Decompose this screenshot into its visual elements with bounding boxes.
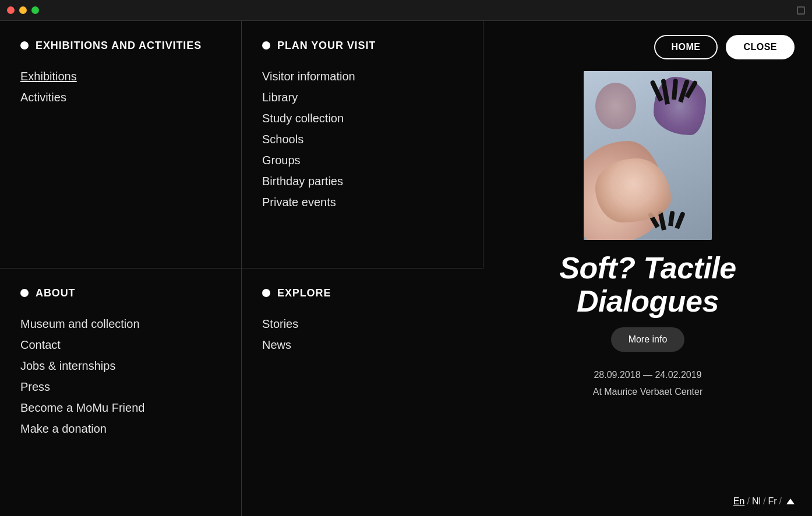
list-item: Press — [20, 377, 221, 396]
exhibitions-nav-list: Exhibitions Activities — [20, 67, 221, 107]
schools-link[interactable]: Schools — [262, 133, 303, 146]
right-panel: HOME CLOSE — [483, 21, 812, 516]
list-item: Study collection — [262, 109, 463, 128]
make-donation-link[interactable]: Make a donation — [20, 422, 107, 435]
chevron-up-icon[interactable] — [786, 499, 795, 504]
lang-fr-link[interactable]: Fr — [768, 496, 776, 507]
dot-icon — [262, 289, 270, 297]
visitor-info-link[interactable]: Visitor information — [262, 70, 355, 83]
list-item: Jobs & internships — [20, 356, 221, 375]
main-grid: EXHIBITIONS AND ACTIVITIES Exhibitions A… — [0, 21, 812, 516]
lang-separator-2: / — [763, 496, 765, 507]
top-bar: HOME CLOSE — [483, 21, 812, 71]
dot-icon — [20, 41, 29, 50]
press-link[interactable]: Press — [20, 380, 50, 393]
feature-location: At Maurice Verbaet Center — [501, 384, 795, 401]
birthday-parties-link[interactable]: Birthday parties — [262, 175, 343, 188]
list-item: Schools — [262, 130, 463, 149]
plan-section-title: PLAN YOUR VISIT — [277, 38, 376, 53]
groups-link[interactable]: Groups — [262, 154, 301, 167]
feature-image-container — [483, 71, 812, 240]
traffic-light-red[interactable] — [7, 6, 15, 14]
list-item: Make a donation — [20, 419, 221, 438]
explore-section-header: EXPLORE — [262, 286, 463, 301]
plan-your-visit-section: PLAN YOUR VISIT Visitor information Libr… — [242, 21, 483, 268]
museum-collection-link[interactable]: Museum and collection — [20, 317, 140, 330]
dot-icon — [262, 41, 270, 50]
list-item: Private events — [262, 193, 463, 211]
become-momu-friend-link[interactable]: Become a MoMu Friend — [20, 401, 144, 414]
window-resize-icon[interactable] — [797, 6, 805, 15]
plan-nav-list: Visitor information Library Study collec… — [262, 67, 463, 211]
list-item: Become a MoMu Friend — [20, 398, 221, 417]
dot-icon — [20, 289, 29, 297]
stories-link[interactable]: Stories — [262, 317, 298, 330]
list-item: Exhibitions — [20, 67, 221, 86]
exhibitions-link[interactable]: Exhibitions — [20, 70, 77, 83]
list-item: Activities — [20, 88, 221, 107]
activities-link[interactable]: Activities — [20, 91, 66, 104]
feature-image — [584, 71, 712, 240]
language-bar: En / Nl / Fr / — [483, 487, 812, 516]
home-button[interactable]: HOME — [654, 35, 718, 59]
list-item: Library — [262, 88, 463, 107]
list-item: Groups — [262, 151, 463, 169]
feature-text: Soft? Tactile Dialogues More info 28.09.… — [483, 240, 812, 487]
traffic-light-yellow[interactable] — [19, 6, 27, 14]
list-item: Stories — [262, 314, 463, 333]
explore-section: EXPLORE Stories News — [242, 268, 483, 516]
lang-separator-3: / — [779, 496, 782, 507]
date-range: 28.09.2018 — 24.02.2019 — [501, 367, 795, 384]
about-section: ABOUT Museum and collection Contact Jobs… — [0, 268, 242, 516]
exhibitions-activities-section: EXHIBITIONS AND ACTIVITIES Exhibitions A… — [0, 21, 242, 268]
about-section-header: ABOUT — [20, 286, 221, 301]
feature-title-line1: Soft? Tactile — [559, 251, 736, 285]
lang-en-link[interactable]: En — [733, 496, 745, 507]
library-link[interactable]: Library — [262, 91, 298, 104]
explore-nav-list: Stories News — [262, 314, 463, 354]
news-link[interactable]: News — [262, 338, 291, 351]
list-item: Birthday parties — [262, 172, 463, 190]
list-item: News — [262, 335, 463, 354]
explore-section-title: EXPLORE — [277, 286, 331, 301]
plan-section-header: PLAN YOUR VISIT — [262, 38, 463, 53]
window-chrome — [0, 0, 812, 21]
more-info-button[interactable]: More info — [611, 327, 685, 352]
study-collection-link[interactable]: Study collection — [262, 112, 344, 125]
about-section-title: ABOUT — [36, 286, 76, 301]
feature-title: Soft? Tactile Dialogues — [501, 252, 795, 318]
exhibitions-section-title: EXHIBITIONS AND ACTIVITIES — [36, 38, 202, 53]
close-button[interactable]: CLOSE — [726, 35, 795, 59]
private-events-link[interactable]: Private events — [262, 196, 336, 208]
list-item: Visitor information — [262, 67, 463, 86]
lang-nl-link[interactable]: Nl — [752, 496, 761, 507]
lang-separator-1: / — [747, 496, 749, 507]
about-nav-list: Museum and collection Contact Jobs & int… — [20, 314, 221, 438]
list-item: Contact — [20, 335, 221, 354]
feature-title-line2: Dialogues — [577, 284, 719, 318]
list-item: Museum and collection — [20, 314, 221, 333]
feature-dates: 28.09.2018 — 24.02.2019 At Maurice Verba… — [501, 367, 795, 401]
traffic-light-green[interactable] — [31, 6, 39, 14]
contact-link[interactable]: Contact — [20, 338, 61, 351]
exhibitions-section-header: EXHIBITIONS AND ACTIVITIES — [20, 38, 221, 53]
jobs-internships-link[interactable]: Jobs & internships — [20, 359, 115, 372]
